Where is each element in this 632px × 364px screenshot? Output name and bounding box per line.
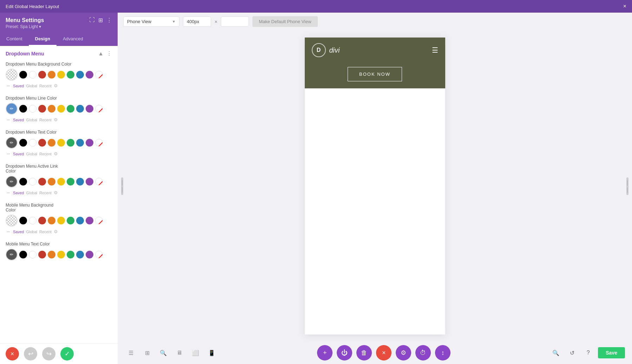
swatch-slash-1[interactable] (95, 71, 103, 79)
saved-label-2[interactable]: Saved (13, 118, 24, 122)
swatch-red-3[interactable] (38, 139, 46, 147)
color-preview-dropdown-line[interactable]: ✏ (6, 103, 18, 115)
recent-label-2[interactable]: Recent (39, 118, 52, 122)
swatch-purple-1[interactable] (86, 71, 93, 79)
redo-button[interactable]: ↪ (42, 347, 55, 360)
swatch-purple-4[interactable] (86, 178, 93, 186)
toolbar-search-icon[interactable]: 🔍 (157, 346, 170, 359)
confirm-button[interactable]: ✓ (60, 347, 74, 360)
swatch-yellow-5[interactable] (57, 217, 65, 224)
color-meta-dots-4[interactable]: ··· (6, 189, 9, 196)
toolbar-desktop-icon[interactable]: 🖥 (173, 346, 186, 359)
swatch-yellow-3[interactable] (57, 139, 65, 147)
color-meta-dots-5[interactable]: ··· (6, 228, 9, 235)
save-button[interactable]: Save (598, 347, 625, 358)
undo-button[interactable]: ↩ (24, 347, 37, 360)
section-menu-icon[interactable]: ⋮ (106, 50, 112, 57)
swatch-orange-4[interactable] (48, 178, 55, 186)
swatch-green-1[interactable] (67, 71, 74, 79)
toolbar-grid-icon[interactable]: ⊞ (141, 346, 153, 359)
color-meta-dots-2[interactable]: ··· (6, 116, 9, 123)
size-close-icon[interactable]: × (215, 19, 217, 25)
swatch-slash-2[interactable] (95, 105, 103, 113)
swatch-yellow-6[interactable] (57, 251, 65, 258)
swatch-black-4[interactable] (19, 178, 27, 186)
swatch-slash-6[interactable] (95, 251, 103, 258)
swatch-black-2[interactable] (19, 105, 27, 113)
tab-design[interactable]: Design (29, 33, 57, 46)
swatch-red-2[interactable] (38, 105, 46, 113)
phone-cta-button[interactable]: BOOK NOW (348, 67, 402, 81)
swatch-yellow-2[interactable] (57, 105, 65, 113)
swatch-green-4[interactable] (67, 178, 74, 186)
fullscreen-icon[interactable]: ⛶ (89, 17, 95, 23)
recent-label-5[interactable]: Recent (39, 230, 52, 234)
make-default-button[interactable]: Make Default Phone View (252, 16, 317, 27)
color-preview-mobile-bg[interactable] (6, 215, 18, 227)
gear-icon-1[interactable]: ⚙ (54, 83, 58, 88)
hamburger-icon[interactable]: ☰ (432, 46, 438, 54)
search-right-icon[interactable]: 🔍 (549, 346, 562, 359)
swatch-blue-3[interactable] (76, 139, 84, 147)
delete-button[interactable]: 🗑 (356, 345, 372, 360)
saved-label-1[interactable]: Saved (13, 84, 24, 88)
global-label-1[interactable]: Global (26, 84, 37, 88)
settings-circle-button[interactable]: ⚙ (396, 345, 411, 360)
gear-icon-2[interactable]: ⚙ (54, 117, 58, 122)
tab-content[interactable]: Content (0, 33, 29, 46)
history-button[interactable]: ⏱ (415, 345, 431, 360)
close-circle-button[interactable]: × (376, 345, 391, 360)
swatch-green-6[interactable] (67, 251, 74, 258)
swatch-blue-2[interactable] (76, 105, 84, 113)
toolbar-menu-icon[interactable]: ☰ (125, 346, 137, 359)
recent-label-1[interactable]: Recent (39, 84, 52, 88)
swatch-slash-5[interactable] (95, 217, 103, 224)
swatch-slash-4[interactable] (95, 178, 103, 186)
saved-label-4[interactable]: Saved (13, 191, 24, 195)
swatch-orange-3[interactable] (48, 139, 55, 147)
add-button[interactable]: + (317, 345, 333, 360)
global-label-3[interactable]: Global (26, 152, 37, 156)
color-preview-dropdown-bg[interactable] (6, 69, 18, 81)
gear-icon-5[interactable]: ⚙ (54, 229, 58, 234)
swatch-white-5[interactable] (29, 217, 37, 224)
resize-handle-right[interactable] (626, 177, 628, 195)
cancel-button[interactable]: × (6, 347, 19, 360)
columns-icon[interactable]: ⊞ (98, 17, 103, 23)
toolbar-phone-icon[interactable]: 📱 (205, 346, 218, 359)
swatch-white-3[interactable] (29, 139, 37, 147)
color-preview-mobile-text[interactable]: ✏ (6, 249, 18, 261)
color-preview-dropdown-active[interactable]: ✏ (6, 176, 18, 188)
help-icon[interactable]: ? (582, 346, 594, 359)
swatch-red-6[interactable] (38, 251, 46, 258)
gear-icon-4[interactable]: ⚙ (54, 190, 58, 195)
close-button[interactable]: × (623, 3, 626, 9)
swatch-black-1[interactable] (19, 71, 27, 79)
swatch-black-5[interactable] (19, 217, 27, 224)
toolbar-tablet-icon[interactable]: ⬜ (189, 346, 202, 359)
swatch-orange-5[interactable] (48, 217, 55, 224)
saved-label-3[interactable]: Saved (13, 152, 24, 156)
swatch-white-2[interactable] (29, 105, 37, 113)
swatch-red-1[interactable] (38, 71, 46, 79)
size-input[interactable] (183, 16, 211, 27)
swatch-black-6[interactable] (19, 251, 27, 258)
swatch-blue-4[interactable] (76, 178, 84, 186)
global-label-5[interactable]: Global (26, 230, 37, 234)
recent-label-3[interactable]: Recent (39, 152, 52, 156)
swatch-white-4[interactable] (29, 178, 37, 186)
more-options-icon[interactable]: ⋮ (106, 17, 112, 23)
saved-label-5[interactable]: Saved (13, 230, 24, 234)
size-extra-input[interactable] (221, 16, 249, 27)
power-button[interactable]: ⏻ (337, 345, 352, 360)
swatch-purple-6[interactable] (86, 251, 93, 258)
swatch-slash-3[interactable] (95, 139, 103, 147)
panel-subtitle[interactable]: Preset: Spa Light ▾ (6, 24, 112, 29)
global-label-4[interactable]: Global (26, 191, 37, 195)
swatch-purple-5[interactable] (86, 217, 93, 224)
recent-label-4[interactable]: Recent (39, 191, 52, 195)
swatch-red-5[interactable] (38, 217, 46, 224)
tab-advanced[interactable]: Advanced (57, 33, 90, 46)
swatch-purple-3[interactable] (86, 139, 93, 147)
swatch-blue-1[interactable] (76, 71, 84, 79)
